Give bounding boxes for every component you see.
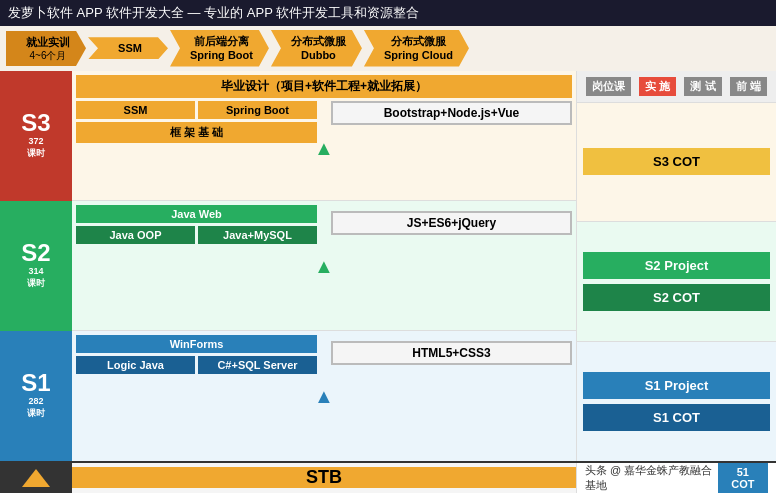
s2-javaweb-box: Java Web	[76, 205, 317, 223]
right-header: 岗位课 实 施 测 试 前 端	[577, 71, 776, 103]
s1-right-col: HTML5+CSS3	[331, 335, 572, 456]
stage-labels: S3 372课时 S2 314课时 S1 282课时	[0, 71, 72, 461]
s2-javaoop-box: Java OOP	[76, 226, 195, 244]
s2-row2: Java OOP Java+MySQL	[76, 226, 317, 244]
stb-arrow-icon	[22, 469, 50, 487]
s1-cot-badge: S1 COT	[583, 404, 770, 431]
s2-js-box: JS+ES6+jQuery	[331, 211, 572, 235]
footer-right: 头条 @ 嘉华金蛛产教融合基地 51 COT	[576, 463, 776, 493]
stage-s3: S3 372课时	[0, 71, 72, 201]
badge-shishi: 实 施	[639, 77, 676, 96]
s3-cols: SSM Spring Boot 框 架 基 础 ▲ Bootstrap+Node…	[76, 101, 572, 196]
badge-qianduan: 前 端	[730, 77, 767, 96]
cot51-badge: 51 COT	[718, 463, 768, 493]
s1-project-badge: S1 Project	[583, 372, 770, 399]
s3-framework-box: 框 架 基 础	[76, 122, 317, 143]
flow-item-jiuye: 就业实训 4~6个月	[6, 31, 86, 66]
s3-row2: 框 架 基 础	[76, 122, 317, 143]
badge-gangwei: 岗位课	[586, 77, 631, 96]
s1-winforms-box: WinForms	[76, 335, 317, 353]
s3-left-col: SSM Spring Boot 框 架 基 础	[76, 101, 317, 196]
s2-project-badge: S2 Project	[583, 252, 770, 279]
center-s3: 毕业设计（项目+软件工程+就业拓展） SSM Spring Boot 框 架 基…	[72, 71, 576, 201]
s3-row1: SSM Spring Boot	[76, 101, 317, 119]
s2-left-col: Java Web Java OOP Java+MySQL	[76, 205, 317, 326]
s2-cols: Java Web Java OOP Java+MySQL ▲ JS+ES6+jQ…	[76, 205, 572, 326]
s3-bootstrap-box: Bootstrap+Node.js+Vue	[331, 101, 572, 125]
s1-left-col: WinForms Logic Java C#+SQL Server	[76, 335, 317, 456]
s3-springboot-box: Spring Boot	[198, 101, 317, 119]
center-s2: Java Web Java OOP Java+MySQL ▲ JS+ES6+jQ…	[72, 201, 576, 331]
stb-label: STB	[306, 467, 342, 488]
center-s1: WinForms Logic Java C#+SQL Server ▲ HTML…	[72, 331, 576, 460]
flow-item-ssm: SSM	[88, 37, 168, 59]
badge-ceshi: 测 试	[684, 77, 721, 96]
s3-top-bar: 毕业设计（项目+软件工程+就业拓展）	[76, 75, 572, 98]
center-block: 毕业设计（项目+软件工程+就业拓展） SSM Spring Boot 框 架 基…	[72, 71, 576, 461]
right-s3: S3 COT	[577, 103, 776, 223]
s1-row2: Logic Java C#+SQL Server	[76, 356, 317, 374]
s1-row1: WinForms	[76, 335, 317, 353]
footer: STB 头条 @ 嘉华金蛛产教融合基地 51 COT	[0, 461, 776, 493]
stage-s1: S1 282课时	[0, 331, 72, 461]
s3-cot-badge: S3 COT	[583, 148, 770, 175]
stage-s2: S2 314课时	[0, 201, 72, 331]
s2-row1: Java Web	[76, 205, 317, 223]
s1-csql-box: C#+SQL Server	[198, 356, 317, 374]
s2-right-col: JS+ES6+jQuery	[331, 205, 572, 326]
header-title: 发萝卜软件 APP 软件开发大全 — 专业的 APP 软件开发工具和资源整合	[8, 5, 419, 20]
stb-area: STB	[72, 467, 576, 488]
flow-item-springcloud: 分布式微服 Spring Cloud	[364, 30, 469, 67]
s2-javamysql-box: Java+MySQL	[198, 226, 317, 244]
s3-ssm-box: SSM	[76, 101, 195, 119]
flow-item-springboot: 前后端分离 Spring Boot	[170, 30, 269, 67]
page-header: 发萝卜软件 APP 软件开发大全 — 专业的 APP 软件开发工具和资源整合	[0, 0, 776, 26]
flow-item-dubbo: 分布式微服 Dubbo	[271, 30, 362, 67]
right-s2: S2 Project S2 COT	[577, 222, 776, 342]
flow-bar: 就业实训 4~6个月 SSM 前后端分离 Spring Boot 分布式微服 D…	[0, 26, 776, 71]
s1-html5-box: HTML5+CSS3	[331, 341, 572, 365]
main-layout: S3 372课时 S2 314课时 S1 282课时 毕业设计（项目+软件工程+…	[0, 71, 776, 461]
s3-right-col: Bootstrap+Node.js+Vue	[331, 101, 572, 196]
right-block: 岗位课 实 施 测 试 前 端 S3 COT S2 Project S2 COT…	[576, 71, 776, 461]
footer-branding: 头条 @ 嘉华金蛛产教融合基地	[585, 463, 718, 493]
s1-logicjava-box: Logic Java	[76, 356, 195, 374]
right-s1: S1 Project S1 COT	[577, 342, 776, 461]
s1-cols: WinForms Logic Java C#+SQL Server ▲ HTML…	[76, 335, 572, 456]
s2-cot-badge: S2 COT	[583, 284, 770, 311]
